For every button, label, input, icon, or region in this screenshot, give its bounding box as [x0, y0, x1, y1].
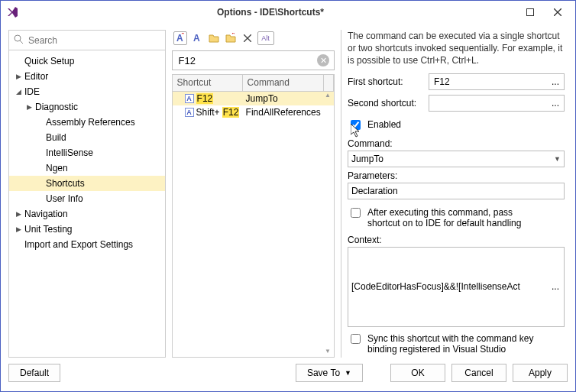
tree-item-label: Editor — [23, 71, 48, 82]
window-title: Options - IDE\Shortcuts* — [24, 7, 517, 18]
table-row[interactable]: AF12JumpTo — [173, 92, 334, 105]
tree-item-label: Import and Export Settings — [23, 239, 133, 250]
expand-icon[interactable]: ◢ — [14, 88, 23, 96]
options-tree[interactable]: Quick Setup▶Editor◢IDE▶DiagnosticAssembl… — [9, 50, 165, 357]
second-shortcut-input[interactable]: ... — [429, 95, 565, 112]
shortcut-grid: Shortcut Command AF12JumpToAShift+F12Fin… — [172, 74, 335, 358]
tree-item[interactable]: Import and Export Settings — [9, 237, 165, 252]
tree-item[interactable]: IntelliSense — [9, 145, 165, 160]
default-button[interactable]: Default — [8, 364, 60, 382]
app-icon — [5, 5, 19, 19]
dialog-footer: Default Save To ▼ OK Cancel Apply — [1, 361, 575, 391]
tree-item-label: Assembly References — [44, 117, 135, 128]
ok-button[interactable]: OK — [390, 364, 445, 382]
alt-icon[interactable]: Alt — [257, 31, 274, 45]
shortcut-icon-1[interactable]: A* — [173, 31, 187, 45]
tree-search[interactable] — [9, 31, 165, 50]
shortcuts-pane: A* A * Alt ✕ Shortcut Command AF12JumpTo… — [172, 30, 335, 358]
shortcut-toolbar: A* A * Alt — [172, 30, 335, 47]
delete-icon[interactable] — [241, 31, 254, 45]
tree-item[interactable]: ▶Unit Testing — [9, 222, 165, 237]
svg-point-3 — [15, 35, 21, 41]
tree-pane: Quick Setup▶Editor◢IDE▶DiagnosticAssembl… — [8, 30, 166, 358]
grid-body[interactable]: AF12JumpToAShift+F12FindAllReferences ▲ … — [173, 92, 334, 357]
cancel-button[interactable]: Cancel — [451, 364, 506, 382]
tree-item[interactable]: Quick Setup — [9, 53, 165, 69]
grid-scrollbar[interactable]: ▲ ▼ — [323, 92, 332, 357]
context-browse[interactable]: ... — [550, 281, 561, 292]
chevron-down-icon: ▼ — [345, 369, 351, 377]
tree-item-label: Shortcuts — [44, 178, 85, 189]
col-shortcut[interactable]: Shortcut — [173, 75, 243, 91]
svg-text:*: * — [181, 33, 185, 40]
scroll-down-icon[interactable]: ▼ — [323, 348, 332, 357]
shortcut-filter-input[interactable] — [177, 54, 317, 67]
options-dialog: Options - IDE\Shortcuts* Quick Setup▶Edi… — [0, 0, 576, 392]
parameters-label: Parameters: — [348, 170, 565, 181]
svg-text:*: * — [231, 33, 235, 40]
sync-label[interactable]: Sync this shortcut with the command key … — [367, 333, 551, 355]
sync-checkbox[interactable] — [351, 334, 361, 344]
tree-item[interactable]: Shortcuts — [9, 176, 165, 191]
expand-icon[interactable]: ▶ — [14, 73, 23, 80]
second-shortcut-label: Second shortcut: — [348, 98, 424, 109]
close-button[interactable] — [545, 3, 571, 21]
tree-item[interactable]: ▶Navigation — [9, 206, 165, 222]
description-text: The command can be executed via a single… — [348, 30, 565, 67]
grid-header: Shortcut Command — [173, 75, 334, 92]
tree-item-label: Quick Setup — [23, 56, 74, 66]
enabled-label[interactable]: Enabled — [367, 119, 401, 130]
svg-line-4 — [20, 40, 23, 44]
tree-item[interactable]: Ngen — [9, 160, 165, 176]
context-input[interactable]: [CodeEditorHasFocus]&&![IntellisenseAct … — [348, 247, 565, 327]
pass-through-checkbox[interactable] — [351, 208, 361, 218]
tree-item-label: IntelliSense — [44, 147, 93, 158]
tree-item-label: IDE — [23, 86, 40, 97]
tree-item[interactable]: ◢IDE — [9, 84, 165, 99]
pane-divider — [341, 30, 341, 358]
parameters-input[interactable]: Declaration — [348, 183, 565, 199]
svg-rect-0 — [527, 9, 534, 16]
command-combo[interactable]: JumpTo ▼ — [348, 151, 565, 167]
first-shortcut-input[interactable]: ... — [429, 73, 565, 90]
tree-item[interactable]: Assembly References — [9, 115, 165, 130]
folder-open-icon[interactable]: * — [224, 31, 238, 45]
tree-item[interactable]: ▶Editor — [9, 69, 165, 84]
scroll-up-icon[interactable]: ▲ — [323, 92, 332, 101]
folder-icon[interactable] — [207, 31, 221, 45]
chevron-down-icon[interactable]: ▼ — [554, 155, 561, 163]
tree-item-label: User Info — [44, 193, 83, 204]
tree-item-label: Navigation — [23, 209, 68, 219]
shortcut-filter[interactable]: ✕ — [172, 50, 335, 70]
col-command[interactable]: Command — [243, 75, 324, 91]
shortcut-type-icon: A — [185, 108, 194, 117]
context-label: Context: — [348, 235, 565, 245]
enabled-checkbox[interactable] — [351, 120, 361, 130]
maximize-button[interactable] — [517, 3, 543, 21]
clear-filter-icon[interactable]: ✕ — [317, 54, 329, 66]
tree-item-label: Diagnostic — [34, 102, 78, 112]
pass-through-label[interactable]: After executing this command, pass short… — [367, 207, 536, 228]
search-icon — [14, 34, 24, 47]
save-to-button[interactable]: Save To ▼ — [296, 364, 363, 382]
expand-icon[interactable]: ▶ — [14, 210, 23, 218]
expand-icon[interactable]: ▶ — [14, 225, 23, 233]
detail-pane: The command can be executed via a single… — [348, 30, 568, 358]
tree-item[interactable]: User Info — [9, 191, 165, 206]
tree-item[interactable]: Build — [9, 130, 165, 145]
tree-item[interactable]: ▶Diagnostic — [9, 99, 165, 115]
first-shortcut-browse[interactable]: ... — [550, 76, 561, 87]
titlebar: Options - IDE\Shortcuts* — [1, 1, 575, 24]
tree-item-label: Unit Testing — [23, 224, 72, 235]
tree-item-label: Ngen — [44, 163, 68, 173]
expand-icon[interactable]: ▶ — [24, 103, 34, 111]
shortcut-type-icon: A — [185, 94, 194, 103]
apply-button[interactable]: Apply — [513, 364, 568, 382]
content-area: Quick Setup▶Editor◢IDE▶DiagnosticAssembl… — [1, 24, 575, 361]
second-shortcut-browse[interactable]: ... — [550, 98, 561, 109]
tree-search-input[interactable] — [27, 34, 160, 47]
command-label: Command: — [348, 138, 565, 149]
svg-text:A: A — [193, 33, 200, 44]
table-row[interactable]: AShift+F12FindAllReferences — [173, 105, 334, 119]
shortcut-icon-2[interactable]: A — [190, 31, 204, 45]
